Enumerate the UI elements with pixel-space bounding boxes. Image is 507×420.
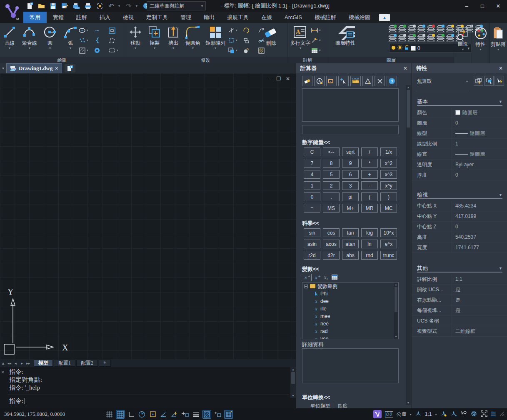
- rect-array-button[interactable]: 矩形陣列 ▾: [203, 23, 227, 57]
- rectangle-button[interactable]: [108, 25, 122, 35]
- tree-folder-row[interactable]: − 變數範例: [302, 282, 398, 290]
- edit-variable-icon[interactable]: x⁺: [315, 274, 320, 281]
- close-icon[interactable]: ✕: [1, 370, 5, 375]
- command-window[interactable]: ✕ 指令: 指定對角點: 指令: '_help 指令: ▲ ▼: [0, 367, 296, 408]
- document-tab[interactable]: DWG Drawing1.dwg ✕: [6, 63, 62, 73]
- trim-button[interactable]: ▾: [227, 25, 242, 35]
- clipboard-panel-button[interactable]: 剪貼簿 ▾: [490, 23, 507, 57]
- polar-icon[interactable]: [137, 410, 146, 419]
- section-variables[interactable]: 變數<<: [302, 265, 319, 273]
- variable-item[interactable]: xmee: [302, 312, 398, 320]
- offset-button[interactable]: ▾: [227, 45, 242, 55]
- ribbon-tab-express[interactable]: 擴展工具: [221, 12, 255, 23]
- calc-key[interactable]: ): [380, 192, 397, 201]
- otrack-icon[interactable]: [170, 410, 179, 419]
- drawing-canvas[interactable]: – ❐ ✕ Y X: [0, 73, 296, 359]
- next-layout-icon[interactable]: ▸: [19, 361, 25, 365]
- delete-variable-icon[interactable]: Xₓ: [323, 274, 328, 281]
- calc-key[interactable]: M+: [342, 204, 359, 212]
- scroll-down-icon[interactable]: ▼: [290, 393, 296, 398]
- calc-key[interactable]: 6: [342, 170, 359, 179]
- undo-caret-icon[interactable]: ▾: [118, 4, 122, 8]
- app-logo-icon[interactable]: M: [0, 0, 23, 23]
- help-icon[interactable]: ?: [387, 76, 397, 86]
- layer-tool-icon[interactable]: [417, 34, 426, 42]
- scroll-thumb[interactable]: [407, 90, 410, 128]
- calc-key[interactable]: C: [304, 148, 320, 156]
- calc-key[interactable]: asin: [304, 240, 320, 248]
- ribbon-tab-arcgis[interactable]: ArcGIS: [278, 12, 308, 23]
- calc-key[interactable]: 7: [304, 159, 320, 168]
- layer-tool-icon[interactable]: [427, 34, 435, 42]
- calc-key[interactable]: =: [304, 204, 320, 212]
- scroll-up-icon[interactable]: ▲: [406, 85, 411, 90]
- variables-tree[interactable]: − 變數範例 kPhi xdee xille xmee xnee xrad xv…: [302, 282, 399, 339]
- calc-key[interactable]: 9: [342, 159, 359, 168]
- calc-key[interactable]: d2r: [323, 251, 340, 260]
- ellipse-button[interactable]: ▾: [78, 25, 92, 35]
- select-filter-icon[interactable]: [460, 410, 467, 418]
- doc-tab-overflow-icon[interactable]: ▾: [0, 63, 6, 73]
- dimension-button[interactable]: ▾: [311, 25, 325, 35]
- minimize-button[interactable]: –: [460, 1, 474, 11]
- ribbon-tab-home[interactable]: 常用: [23, 12, 47, 23]
- maximize-button[interactable]: □: [475, 1, 490, 11]
- ribbon-tab-custom-tools[interactable]: 定制工具: [140, 12, 174, 23]
- stretch-small-button[interactable]: ▾: [227, 35, 242, 45]
- ribbon-collapse-button[interactable]: ▲: [379, 14, 390, 21]
- ribbon-tab-manage[interactable]: 管理: [174, 12, 197, 23]
- variable-item[interactable]: kPhi: [302, 290, 398, 298]
- unit-label[interactable]: 公釐: [397, 411, 407, 418]
- distance-icon[interactable]: [350, 76, 361, 86]
- scroll-thumb[interactable]: [395, 287, 397, 312]
- save-icon[interactable]: [48, 1, 57, 10]
- doc-minimize-button[interactable]: –: [268, 76, 271, 82]
- close-button[interactable]: ✕: [491, 1, 505, 11]
- snap-icon[interactable]: [116, 410, 125, 419]
- variable-item[interactable]: xvee: [302, 335, 398, 339]
- history-icon[interactable]: [314, 76, 325, 86]
- redo-caret-icon[interactable]: ▾: [136, 4, 139, 8]
- scroll-down-icon[interactable]: ▼: [394, 335, 398, 339]
- annotation-monitor-icon[interactable]: [224, 410, 233, 419]
- layer-tool-icon[interactable]: [398, 25, 407, 33]
- add-layout-button[interactable]: +: [99, 360, 111, 367]
- select-objects-icon[interactable]: [484, 76, 494, 86]
- section-view[interactable]: 檢視▼: [417, 192, 502, 199]
- block-panel-button[interactable]: 圖塊 ▾: [454, 23, 472, 57]
- chevron-down-icon[interactable]: ▾: [410, 412, 412, 416]
- workspace-dropdown[interactable]: 二維草圖與註解 ▾: [147, 1, 206, 10]
- toggle-pickadd-icon[interactable]: [495, 76, 504, 86]
- calc-key[interactable]: 1: [304, 181, 320, 190]
- collapse-icon[interactable]: −: [304, 285, 308, 288]
- selection-dropdown[interactable]: 無選取 ▾: [417, 77, 468, 86]
- command-input[interactable]: 指令:: [9, 397, 25, 405]
- layer-tool-icon[interactable]: [407, 25, 416, 33]
- calc-key[interactable]: pi: [342, 192, 359, 201]
- polyline-button[interactable]: 聚合線 ▾: [19, 23, 40, 57]
- calc-key[interactable]: tan: [342, 228, 359, 237]
- ribbon-tab-online[interactable]: 在線: [255, 12, 278, 23]
- leader-button[interactable]: ▾: [311, 35, 325, 45]
- erase-button[interactable]: 刪除: [261, 23, 282, 57]
- new-document-tab-button[interactable]: [65, 64, 75, 72]
- calc-key[interactable]: acos: [323, 240, 340, 248]
- ribbon-tab-mech-draw[interactable]: 機械繪圖: [342, 12, 377, 23]
- calculator-history-box[interactable]: [302, 88, 399, 122]
- layer-tool-icon[interactable]: [446, 25, 455, 33]
- section-units[interactable]: 單位轉換<<: [302, 394, 330, 401]
- calc-key[interactable]: *: [361, 159, 378, 168]
- variable-item[interactable]: xdee: [302, 298, 398, 305]
- layer-tool-icon[interactable]: [388, 25, 397, 33]
- variable-item[interactable]: xrad: [302, 328, 398, 335]
- mtext-button[interactable]: A 多行文字 ▾: [288, 23, 312, 57]
- spline-button[interactable]: [93, 35, 107, 45]
- rotate-button[interactable]: [242, 25, 257, 35]
- first-layout-icon[interactable]: ◂◂: [6, 361, 12, 365]
- wipeout-button[interactable]: ▾: [108, 45, 122, 55]
- section-scientific[interactable]: 科學<<: [302, 220, 319, 227]
- calculator-input-box[interactable]: [302, 125, 399, 134]
- fillet-button[interactable]: 倒圓角 ▾: [182, 23, 203, 57]
- calc-key[interactable]: 0: [304, 192, 320, 201]
- layer-tool-icon[interactable]: [388, 34, 397, 42]
